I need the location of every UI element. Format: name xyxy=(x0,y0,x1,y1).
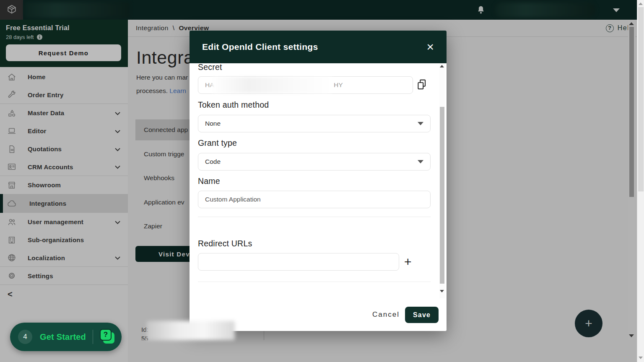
name-label: Name xyxy=(198,176,220,186)
redirect-urls-label: Redirect URLs xyxy=(198,239,252,248)
modal-header: Edit OpenId Client settings × xyxy=(190,31,447,63)
save-button[interactable]: Save xyxy=(405,307,439,323)
redacted-secret-value xyxy=(212,77,332,93)
grant-type-label: Grant type xyxy=(198,138,237,148)
secret-label: Secret xyxy=(198,62,222,72)
add-redirect-url-button[interactable]: + xyxy=(404,255,412,269)
edit-openid-client-modal: Edit OpenId Client settings × Secret HA … xyxy=(190,31,447,331)
scroll-up-arrow-icon[interactable] xyxy=(440,65,444,67)
select-caret-icon xyxy=(418,122,423,125)
scroll-down-arrow-icon[interactable] xyxy=(440,290,444,292)
get-started-divider xyxy=(93,330,93,344)
scroll-down-arrow-icon[interactable] xyxy=(639,357,643,359)
screen: Free Essential Trial 28 days left Reques… xyxy=(0,0,644,362)
browser-scrollbar-thumb[interactable] xyxy=(638,7,644,191)
help-chat-icon-front: ? xyxy=(100,329,112,341)
grant-type-select[interactable]: Code xyxy=(198,153,431,171)
cancel-button[interactable]: Cancel xyxy=(372,310,400,319)
get-started-button[interactable]: 4 Get Started ? xyxy=(10,323,122,351)
scroll-up-arrow-icon[interactable] xyxy=(639,3,643,5)
redacted-client-id-value xyxy=(147,321,235,340)
redirect-url-input[interactable] xyxy=(198,253,399,271)
get-started-label: Get Started xyxy=(40,332,86,342)
modal-scrollbar-thumb[interactable] xyxy=(440,107,444,284)
copy-icon[interactable] xyxy=(416,79,427,90)
modal-divider xyxy=(198,217,431,217)
help-chat-icon[interactable]: ? xyxy=(100,329,116,345)
get-started-count-badge: 4 xyxy=(18,330,32,344)
close-icon[interactable]: × xyxy=(426,41,434,53)
name-input[interactable] xyxy=(198,191,431,208)
token-auth-method-select[interactable]: None xyxy=(198,115,431,132)
select-caret-icon xyxy=(418,160,423,163)
modal-title: Edit OpenId Client settings xyxy=(202,42,318,52)
token-auth-method-value: None xyxy=(205,120,221,127)
modal-divider xyxy=(198,282,431,282)
token-auth-method-label: Token auth method xyxy=(198,100,269,110)
grant-type-value: Code xyxy=(205,158,221,165)
secret-value-end: HY xyxy=(334,81,343,89)
browser-scrollbar[interactable] xyxy=(637,0,644,362)
